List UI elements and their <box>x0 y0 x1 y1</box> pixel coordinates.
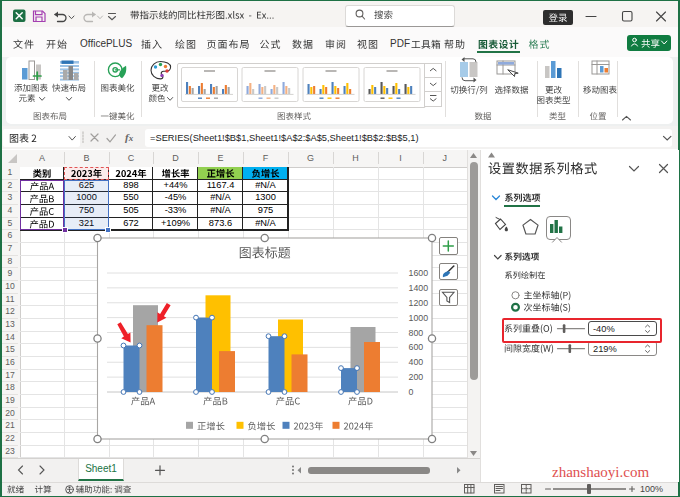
svg-text:0: 0 <box>409 387 414 397</box>
svg-text:200: 200 <box>409 372 424 382</box>
svg-text:1000: 1000 <box>409 313 429 323</box>
svg-text:1400: 1400 <box>409 283 429 293</box>
svg-text:600: 600 <box>409 342 424 352</box>
svg-text:400: 400 <box>409 357 424 367</box>
svg-text:1200: 1200 <box>409 298 429 308</box>
svg-text:800: 800 <box>409 328 424 338</box>
svg-text:1600: 1600 <box>409 268 429 278</box>
